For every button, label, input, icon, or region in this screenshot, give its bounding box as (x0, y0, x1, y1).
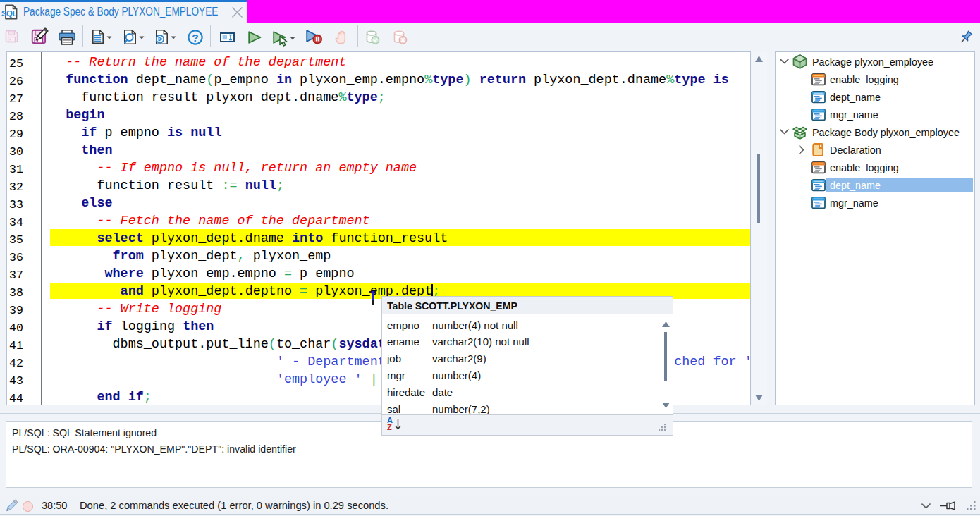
svg-text:?: ? (192, 32, 198, 44)
